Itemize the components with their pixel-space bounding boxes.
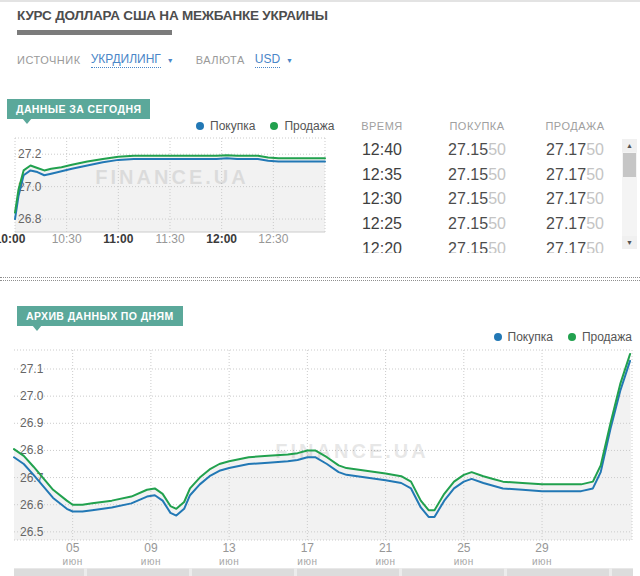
buy-cell: 27.1550 bbox=[426, 215, 528, 233]
range-selector-segment[interactable] bbox=[507, 568, 609, 576]
x-tick-sublabel: июн bbox=[141, 556, 161, 567]
legend-item-buy[interactable]: Покупка bbox=[494, 330, 553, 344]
sell-dot-icon bbox=[568, 333, 576, 341]
currency-label: ВАЛЮТА bbox=[196, 54, 245, 66]
y-tick-label: 27.2 bbox=[18, 147, 42, 161]
x-tick-sublabel: июн bbox=[532, 556, 552, 567]
buy-cell: 27.1550 bbox=[426, 141, 528, 159]
x-tick-label: 25 bbox=[457, 541, 471, 555]
range-selector-segment[interactable] bbox=[402, 568, 504, 576]
y-tick-label: 27.0 bbox=[20, 389, 44, 403]
x-tick-label: 10:30 bbox=[52, 232, 82, 246]
page-title: КУРС ДОЛЛАРА США НА МЕЖБАНКЕ УКРАИНЫ bbox=[17, 8, 328, 23]
x-tick-label: 12:00 bbox=[206, 232, 237, 246]
table-row: 12:2027.155027.1750 bbox=[338, 236, 622, 253]
rates-table-header: ВРЕМЯ ПОКУПКА ПРОДАЖА bbox=[338, 120, 622, 138]
x-tick-label: 11:00 bbox=[103, 232, 133, 246]
x-tick-sublabel: июн bbox=[454, 556, 474, 567]
today-chart: 26.827.027.2FINANCE.UA10:0010:3011:0011:… bbox=[0, 130, 332, 252]
sell-cell: 27.1750 bbox=[528, 166, 622, 184]
x-tick-sublabel: июн bbox=[376, 556, 396, 567]
col-header-time: ВРЕМЯ bbox=[338, 120, 426, 138]
badge-pointer bbox=[32, 325, 42, 331]
table-scrollbar[interactable]: ▲ ▼ bbox=[622, 139, 637, 249]
col-header-buy: ПОКУПКА bbox=[426, 120, 528, 138]
sell-cell: 27.1750 bbox=[528, 190, 622, 208]
scroll-up-icon[interactable]: ▲ bbox=[622, 139, 637, 152]
filter-controls: ИСТОЧНИК УКРДИЛИНГ ▼ ВАЛЮТА USD ▼ bbox=[17, 52, 315, 68]
buy-cell: 27.1550 bbox=[426, 166, 528, 184]
title-underline-bar bbox=[17, 30, 172, 35]
time-cell: 12:40 bbox=[338, 141, 426, 159]
x-tick-label: 13 bbox=[222, 541, 236, 555]
x-tick-label: 12:30 bbox=[258, 232, 288, 246]
range-selector-segment[interactable] bbox=[87, 568, 189, 576]
archive-chart: 26.526.626.726.826.927.027.1FINANCE.UA05… bbox=[0, 346, 640, 568]
table-row: 12:4027.155027.1750 bbox=[338, 138, 622, 163]
x-tick-label: 09 bbox=[144, 541, 158, 555]
buy-dot-icon bbox=[196, 122, 204, 130]
buy-cell: 27.1550 bbox=[426, 190, 528, 208]
top-divider bbox=[0, 0, 640, 2]
y-tick-label: 26.5 bbox=[20, 525, 44, 539]
x-tick-label: 17 bbox=[301, 541, 315, 555]
currency-dropdown-value[interactable]: USD bbox=[255, 52, 280, 68]
range-selector[interactable] bbox=[14, 568, 633, 576]
y-tick-label: 27.1 bbox=[20, 362, 44, 376]
x-tick-label: 05 bbox=[66, 541, 80, 555]
range-selector-segment[interactable] bbox=[14, 568, 84, 576]
table-row: 12:3027.155027.1750 bbox=[338, 187, 622, 212]
sell-cell: 27.1750 bbox=[528, 141, 622, 159]
x-tick-sublabel: июн bbox=[63, 556, 83, 567]
range-selector-segment[interactable] bbox=[297, 568, 399, 576]
x-tick-sublabel: июн bbox=[297, 556, 317, 567]
section-divider bbox=[0, 277, 640, 281]
time-cell: 12:30 bbox=[338, 190, 426, 208]
time-cell: 12:35 bbox=[338, 166, 426, 184]
section-badge-today: ДАННЫЕ ЗА СЕГОДНЯ bbox=[7, 99, 150, 119]
y-tick-label: 26.6 bbox=[20, 498, 44, 512]
table-row: 12:2527.155027.1750 bbox=[338, 212, 622, 237]
archive-chart-legend: Покупка Продажа bbox=[494, 330, 632, 344]
legend-item-sell[interactable]: Продажа bbox=[568, 330, 632, 344]
chevron-down-icon[interactable]: ▼ bbox=[286, 57, 293, 64]
badge-pointer bbox=[22, 118, 32, 124]
chevron-down-icon[interactable]: ▼ bbox=[167, 57, 174, 64]
watermark: FINANCE.UA bbox=[95, 166, 248, 188]
source-label: ИСТОЧНИК bbox=[17, 54, 81, 66]
rates-table: ВРЕМЯ ПОКУПКА ПРОДАЖА 12:4027.155027.175… bbox=[338, 120, 622, 253]
y-tick-label: 26.8 bbox=[18, 212, 42, 226]
scrollbar-thumb[interactable] bbox=[623, 153, 636, 177]
legend-buy-label: Покупка bbox=[508, 330, 553, 344]
buy-dot-icon bbox=[494, 333, 502, 341]
source-dropdown[interactable]: УКРДИЛИНГ ▼ bbox=[91, 52, 174, 68]
buy-cell: 27.1550 bbox=[426, 240, 528, 253]
y-tick-label: 26.9 bbox=[20, 416, 44, 430]
col-header-sell: ПРОДАЖА bbox=[528, 120, 622, 138]
page: КУРС ДОЛЛАРА США НА МЕЖБАНКЕ УКРАИНЫ ИСТ… bbox=[0, 0, 640, 576]
sell-cell: 27.1750 bbox=[528, 240, 622, 253]
time-cell: 12:20 bbox=[338, 240, 426, 253]
sell-dot-icon bbox=[270, 122, 278, 130]
x-tick-label: 21 bbox=[379, 541, 393, 555]
time-cell: 12:25 bbox=[338, 215, 426, 233]
range-selector-segment[interactable] bbox=[192, 568, 294, 576]
x-tick-label: 11:30 bbox=[155, 232, 184, 246]
range-selector-segment[interactable] bbox=[612, 568, 633, 576]
source-dropdown-value[interactable]: УКРДИЛИНГ bbox=[91, 52, 161, 68]
legend-sell-label: Продажа bbox=[582, 330, 632, 344]
x-tick-label: 29 bbox=[535, 541, 549, 555]
x-tick-label: 10:00 bbox=[0, 232, 26, 246]
sell-cell: 27.1750 bbox=[528, 215, 622, 233]
table-row: 12:3527.155027.1750 bbox=[338, 163, 622, 188]
scroll-down-icon[interactable]: ▼ bbox=[622, 236, 637, 249]
currency-dropdown[interactable]: USD ▼ bbox=[255, 52, 293, 68]
x-tick-sublabel: июн bbox=[219, 556, 239, 567]
section-badge-archive: АРХИВ ДАННЫХ ПО ДНЯМ bbox=[17, 306, 183, 326]
rates-table-body: 12:4027.155027.175012:3527.155027.175012… bbox=[338, 138, 622, 253]
